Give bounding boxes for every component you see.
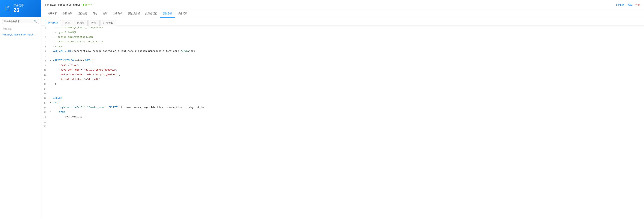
line-content-11: 'hadoop-conf-dir'='/data/sftp/ci_hadoop2… [52,73,644,77]
code-line-2: 2 -- type FlinkSQL [41,30,644,35]
line-content-21 [52,119,644,124]
code-line-14: 14 [41,87,644,91]
line-content-5: -- desc [52,45,644,49]
line-content-18: `myhive`.`default`.`fanshu_user` SELECT … [52,105,644,110]
topbar-left: FlinkSQL_kafka_hive_native 运行中 [45,3,92,6]
sub-tab-run-code[interactable]: 运行代码 [45,20,61,26]
code-editor-area[interactable]: 1 -- name FlinkSQL_kafka_hive_native 2 -… [41,26,644,218]
line-num-9: 9 [41,63,49,68]
line-num-19: 19 [41,110,49,115]
tab-lineage[interactable]: 血缘分析 [110,10,125,18]
line-num-18: 18 [41,105,49,110]
tab-data-curve[interactable]: 数据曲线 [60,10,75,18]
line-content-4: -- create time 2024-07-29 11:13:13 [52,40,644,44]
code-line-13: 13 ); [41,82,644,87]
line-gutter-8[interactable]: ∨ [49,59,52,62]
search-icon: 🔍 [34,20,37,23]
line-num-6: 6 [41,49,49,54]
line-num-13: 13 [41,82,49,87]
task-icon [3,4,11,13]
topbar-actions: Flink UI 修改 停止 [616,3,640,7]
collapse-arrow-19[interactable]: ∨ [50,110,51,113]
line-num-11: 11 [41,73,49,77]
line-num-21: 21 [41,119,49,124]
tab-dirty-data[interactable]: 脏数据分析 [125,10,143,18]
sub-tab-env[interactable]: 环境参数 [100,20,116,26]
line-content-20: sourceTable; [52,115,644,119]
line-num-14: 14 [41,87,49,91]
sidebar-header-text: 任务总数 26 [14,4,24,13]
tab-run-info[interactable]: 运行信息 [75,10,90,18]
code-line-5: 5 -- desc [41,45,644,49]
section-label: 任务名称 [0,26,41,32]
search-input[interactable] [4,20,34,23]
flink-ui-button[interactable]: Flink UI [616,3,624,6]
code-line-11: 11 'hadoop-conf-dir'='/data/sftp/ci_hado… [41,73,644,77]
status-text: 运行中 [85,3,92,6]
code-line-16: 16 INSERT [41,96,644,101]
line-content-8: CREATE CATALOG myhive WITH( [52,59,644,63]
stop-button[interactable]: 停止 [636,3,640,7]
line-num-4: 4 [41,40,49,45]
sidebar-search-area: 🔍 [0,17,41,26]
svg-rect-1 [6,10,8,10]
line-content-12: 'default-database'='default' [52,77,644,82]
sidebar-header: 任务总数 26 [0,0,41,17]
page-title: FlinkSQL_kafka_hive_native [45,3,80,6]
code-line-10: 10 'hive-conf-dir'='/data/sftp/ci_hadoop… [41,68,644,73]
status-badge: 运行中 [83,3,92,6]
line-num-7: 7 [41,54,49,59]
line-content-16: INSERT [52,96,644,100]
sidebar: 任务总数 26 🔍 任务名称 FlinkSQL_kafka_hive_nativ… [0,0,41,218]
tab-alert[interactable]: 告警 [100,10,110,18]
line-num-3: 3 [41,35,49,40]
tab-properties[interactable]: 属性参数 [160,10,175,18]
sub-tab-dim[interactable]: 维表 [88,20,100,26]
line-content-13: ); [52,82,644,86]
task-total-label: 任务总数 [14,4,24,7]
line-content-17: INTO [52,101,644,105]
code-line-15: 15 [41,91,644,96]
line-num-15: 15 [41,91,49,96]
tab-log[interactable]: 日志 [90,10,100,18]
svg-rect-0 [6,9,8,9]
tab-health[interactable]: 健康分析 [45,10,60,18]
line-content-19: from [52,110,644,114]
collapse-arrow-17[interactable]: ∨ [50,101,51,104]
line-num-20: 20 [41,115,49,119]
code-line-9: 9 'type'='hive', [41,63,644,68]
nav-tabs: 健康分析 数据曲线 运行信息 日志 告警 血缘分析 脏数据分析 批任务运行 属性… [41,10,644,18]
edit-button[interactable]: 修改 [628,3,632,7]
sub-tab-source[interactable]: 源表 [62,20,73,26]
code-line-4: 4 -- create time 2024-07-29 11:13:13 [41,40,644,45]
line-num-5: 5 [41,45,49,49]
tab-batch-run[interactable]: 批任务运行 [143,10,160,18]
collapse-arrow-8[interactable]: ∨ [50,59,51,62]
line-content-15 [52,91,644,96]
code-line-7: 7 [41,54,644,59]
code-editor: 1 -- name FlinkSQL_kafka_hive_native 2 -… [41,26,644,129]
code-line-21: 21 [41,119,644,124]
tab-operation-log[interactable]: 操作记录 [175,10,190,18]
sub-tab-result[interactable]: 结果表 [74,20,88,26]
line-num-16: 16 [41,96,49,101]
line-content-9: 'type'='hive', [52,63,644,68]
sidebar-item-task[interactable]: FlinkSQL_kafka_hive_native [0,32,41,38]
line-gutter-19[interactable]: ∨ [49,110,52,113]
line-content-6: ADD JAR WITH /data/sftp/57_hadoop-mapred… [52,49,644,54]
code-line-6: 6 ADD JAR WITH /data/sftp/57_hadoop-mapr… [41,49,644,54]
code-line-20: 20 sourceTable; [41,115,644,119]
line-num-10: 10 [41,68,49,73]
code-line-12: 12 'default-database'='default' [41,77,644,82]
code-line-1: 1 -- name FlinkSQL_kafka_hive_native [41,26,644,30]
status-dot [83,4,84,6]
line-content-2: -- type FlinkSQL [52,30,644,35]
code-line-19: 19 ∨ from [41,110,644,115]
line-content-10: 'hive-conf-dir'='/data/sftp/ci_hadoop2', [52,68,644,72]
search-box[interactable]: 🔍 [2,19,39,24]
code-line-8: 8 ∨ CREATE CATALOG myhive WITH( [41,59,644,63]
line-gutter-17[interactable]: ∨ [49,101,52,104]
line-num-1: 1 [41,26,49,30]
line-content-22 [52,124,644,128]
code-line-17: 17 ∨ INTO [41,101,644,105]
